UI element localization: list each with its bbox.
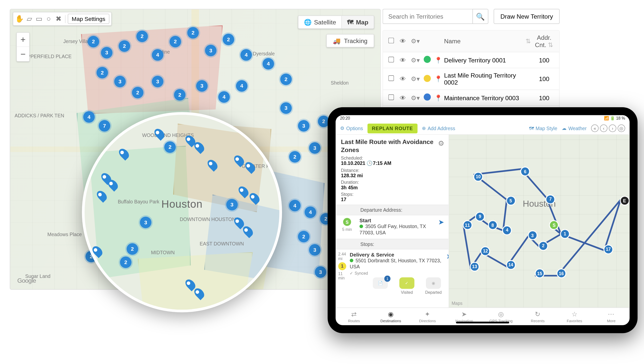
target-route-icon[interactable]: ◎ bbox=[618, 125, 625, 132]
territory-row[interactable]: 👁⚙▾📍Last Mile Routing Territory 0002100 bbox=[383, 68, 559, 90]
stop-1[interactable]: 2.44 mi 1 11 min Delivery & Service 5501… bbox=[336, 249, 449, 299]
pin[interactable]: 3 bbox=[298, 120, 309, 132]
lens-city-label: Houston bbox=[162, 198, 203, 210]
pin[interactable]: 3 bbox=[309, 244, 320, 256]
pin[interactable]: 2 bbox=[170, 36, 181, 48]
name-header[interactable]: Name ⇅ bbox=[442, 36, 533, 47]
route-stop-marker[interactable]: 11 bbox=[463, 221, 471, 229]
zoom-out-button[interactable]: − bbox=[17, 47, 29, 61]
route-stop-marker[interactable]: 9 bbox=[476, 212, 484, 221]
hand-tool-icon[interactable]: ✋ bbox=[15, 14, 24, 23]
visited-action[interactable]: ✓ Visited bbox=[397, 277, 416, 295]
tab-favorites[interactable]: ☆Favorites bbox=[556, 308, 593, 325]
polygon-tool-icon[interactable]: ▱ bbox=[25, 14, 34, 23]
prev-route-icon[interactable]: ‹ bbox=[600, 125, 608, 132]
pin[interactable]: 2 bbox=[132, 87, 143, 98]
row-settings-icon[interactable]: ⚙▾ bbox=[409, 55, 422, 65]
pin[interactable]: 3 bbox=[114, 76, 126, 87]
route-stop-marker[interactable]: 10 bbox=[474, 173, 482, 181]
tracking-button[interactable]: 🚚 Tracking bbox=[326, 34, 374, 48]
pin[interactable]: 2 bbox=[280, 74, 292, 85]
pin[interactable]: 4 bbox=[240, 49, 252, 61]
tab-destinations[interactable]: ◉Destinations bbox=[372, 308, 409, 325]
visibility-toggle-icon[interactable]: 👁 bbox=[397, 92, 409, 103]
tablet-map[interactable]: Houston 106759118423121314151617S1E Maps bbox=[449, 135, 630, 307]
pin[interactable]: 2 bbox=[119, 40, 130, 52]
route-stop-marker[interactable]: 14 bbox=[507, 261, 515, 269]
pin[interactable]: 3 bbox=[315, 266, 326, 278]
pin[interactable]: 3 bbox=[101, 47, 112, 59]
note-action[interactable]: 📄1 bbox=[371, 277, 390, 295]
pin[interactable]: 7 bbox=[99, 120, 110, 132]
map-toggle[interactable]: 🗺 Map bbox=[342, 16, 374, 28]
pin[interactable]: 3 bbox=[309, 142, 320, 154]
map-settings-button[interactable]: Map Settings bbox=[68, 14, 109, 24]
count-header[interactable]: Addr. Cnt. ⇅ bbox=[533, 32, 556, 50]
draw-territory-button[interactable]: Draw New Territory bbox=[494, 9, 560, 24]
pin[interactable]: 2 bbox=[88, 36, 99, 48]
delete-tool-icon[interactable]: ✖ bbox=[54, 14, 63, 23]
navigate-icon[interactable]: ➤ bbox=[438, 218, 444, 226]
route-stop-marker[interactable]: 8 bbox=[489, 221, 497, 229]
pin[interactable]: 2 bbox=[298, 231, 309, 242]
pin[interactable]: 4 bbox=[263, 58, 274, 70]
search-button[interactable]: 🔍 bbox=[472, 9, 488, 24]
pin[interactable]: 2 bbox=[174, 89, 186, 101]
rectangle-tool-icon[interactable]: ▭ bbox=[34, 14, 43, 23]
row-settings-icon[interactable]: ⚙▾ bbox=[409, 92, 422, 103]
select-all-checkbox[interactable] bbox=[388, 38, 394, 44]
tab-recents[interactable]: ↻Recents bbox=[519, 308, 556, 325]
tab-directions[interactable]: ✦Directions bbox=[409, 308, 446, 325]
pin[interactable]: 3 bbox=[280, 102, 292, 114]
pin[interactable]: 3 bbox=[152, 76, 164, 87]
row-checkbox[interactable] bbox=[388, 94, 394, 100]
territory-count: 100 bbox=[533, 74, 556, 84]
pin[interactable]: 4 bbox=[83, 111, 95, 123]
departed-action[interactable]: ◉ Departed bbox=[424, 277, 443, 295]
pin[interactable]: 3 bbox=[196, 80, 208, 92]
visibility-toggle-icon[interactable]: 👁 bbox=[397, 55, 409, 65]
next-route-icon[interactable]: › bbox=[609, 125, 616, 132]
pin[interactable]: 4 bbox=[236, 80, 248, 92]
row-settings-icon[interactable]: ⚙▾ bbox=[409, 74, 422, 84]
route-stop-marker[interactable]: 1 bbox=[561, 230, 569, 238]
map-style-button[interactable]: 🗺 Map Style bbox=[529, 126, 557, 131]
pin[interactable]: 2 bbox=[187, 27, 199, 39]
route-stop-marker[interactable]: 15 bbox=[536, 269, 544, 277]
route-stop-marker[interactable]: 16 bbox=[557, 269, 565, 277]
circle-tool-icon[interactable]: ○ bbox=[44, 14, 53, 23]
satellite-toggle[interactable]: 🌐 Satellite bbox=[299, 16, 342, 28]
replan-route-button[interactable]: REPLAN ROUTE bbox=[368, 123, 417, 133]
pin[interactable]: 3 bbox=[205, 45, 217, 56]
gear-dropdown-icon[interactable]: ⚙▾ bbox=[409, 36, 422, 47]
stop-start[interactable]: S 5 min Start 3505 Gulf Fwy, Houston, TX… bbox=[336, 215, 449, 239]
first-route-icon[interactable]: « bbox=[591, 125, 599, 132]
row-checkbox[interactable] bbox=[388, 75, 394, 81]
weather-button[interactable]: ☁ Weather bbox=[562, 125, 587, 131]
pin[interactable]: 4 bbox=[305, 206, 316, 218]
route-stop-marker[interactable]: 2 bbox=[539, 242, 547, 250]
pin[interactable]: 2 bbox=[97, 67, 108, 79]
home-indicator[interactable] bbox=[456, 322, 509, 323]
pin[interactable]: 4 bbox=[152, 49, 164, 61]
route-stop-marker[interactable]: 17 bbox=[604, 245, 612, 253]
row-checkbox[interactable] bbox=[388, 56, 394, 62]
tab-more[interactable]: ⋯More bbox=[593, 308, 630, 325]
tab-routes[interactable]: ⇄Routes bbox=[336, 308, 372, 325]
options-button[interactable]: ⚙ Options bbox=[340, 125, 363, 131]
pin[interactable]: 2 bbox=[223, 34, 234, 45]
pin[interactable]: 4 bbox=[289, 200, 301, 211]
territory-row[interactable]: 👁⚙▾📍Delivery Territory 0001100 bbox=[383, 52, 559, 68]
territory-row[interactable]: 👁⚙▾📍Maintenance Territory 0003100 bbox=[383, 90, 559, 106]
zoom-in-button[interactable]: + bbox=[17, 33, 29, 47]
add-address-button[interactable]: ⊕ Add Address bbox=[422, 125, 455, 131]
search-input[interactable] bbox=[383, 9, 473, 24]
pin[interactable]: 4 bbox=[218, 91, 230, 103]
pin[interactable]: 2 bbox=[289, 151, 301, 163]
visibility-toggle-icon[interactable]: 👁 bbox=[397, 74, 409, 84]
pin[interactable]: 2 bbox=[136, 30, 148, 42]
stops-list[interactable]: Departure Address: S 5 min Start 3505 Gu… bbox=[336, 205, 449, 307]
route-stop-marker[interactable]: 13 bbox=[471, 263, 479, 271]
route-settings-icon[interactable]: ⚙ bbox=[438, 139, 444, 148]
navigate-icon[interactable]: ➤ bbox=[446, 252, 449, 260]
